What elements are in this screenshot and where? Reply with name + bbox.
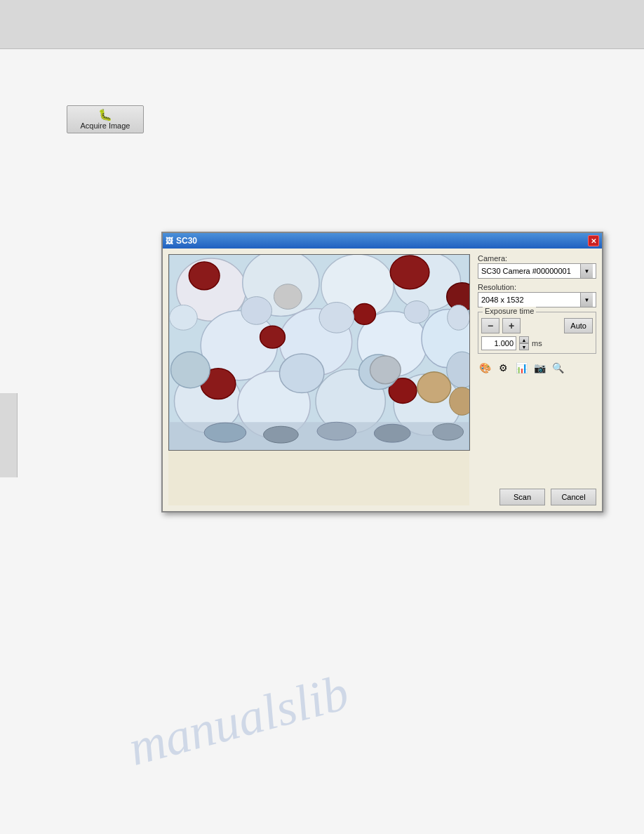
- camera-value: SC30 Camera #00000001: [481, 267, 580, 275]
- resolution-value: 2048 x 1532: [481, 296, 580, 304]
- svg-point-21: [241, 297, 272, 325]
- scan-button[interactable]: Scan: [499, 489, 545, 505]
- svg-point-35: [417, 372, 451, 403]
- dialog-close-button[interactable]: ✕: [588, 235, 599, 246]
- microscope-preview: [168, 254, 470, 451]
- svg-point-31: [264, 426, 299, 443]
- exposure-value-row: ▲ ▼ ms: [481, 336, 593, 350]
- exposure-decrease-button[interactable]: −: [481, 318, 499, 333]
- histogram-icon[interactable]: 📊: [514, 361, 528, 375]
- dialog-title-text: SC30: [176, 236, 197, 246]
- preview-bottom-area: [168, 451, 469, 505]
- cancel-button[interactable]: Cancel: [551, 489, 596, 505]
- cell-image-svg: [169, 255, 469, 450]
- left-sidebar-tab: [0, 393, 18, 477]
- camera-settings-icon[interactable]: 📷: [532, 361, 546, 375]
- watermark-text: manualslib: [123, 663, 355, 778]
- dialog-body: Camera: SC30 Camera #00000001 ▼ Resoluti…: [163, 249, 602, 511]
- svg-point-37: [274, 284, 302, 310]
- svg-point-17: [354, 304, 376, 325]
- exposure-legend: Exposure time: [483, 307, 536, 315]
- svg-point-24: [448, 305, 469, 330]
- svg-point-34: [433, 423, 464, 440]
- dialog-image-area: [163, 249, 475, 511]
- spin-up-button[interactable]: ▲: [519, 336, 529, 343]
- exposure-increase-button[interactable]: +: [502, 318, 521, 333]
- auto-exposure-button[interactable]: Auto: [564, 318, 593, 333]
- exposure-spinner: ▲ ▼: [519, 336, 529, 350]
- ms-label: ms: [532, 339, 542, 348]
- exposure-buttons-row: − + Auto: [481, 318, 593, 333]
- svg-point-30: [204, 423, 246, 442]
- camera-select[interactable]: SC30 Camera #00000001 ▼: [478, 263, 596, 279]
- top-bar: [0, 0, 644, 49]
- svg-point-13: [189, 262, 220, 290]
- exposure-value-input[interactable]: [481, 336, 516, 350]
- svg-point-23: [404, 301, 429, 324]
- acquire-icon: 🐛: [98, 110, 112, 121]
- svg-point-38: [370, 356, 401, 384]
- dialog-controls-panel: Camera: SC30 Camera #00000001 ▼ Resoluti…: [475, 249, 602, 511]
- dialog-footer: Scan Cancel: [472, 483, 602, 511]
- resolution-dropdown-arrow[interactable]: ▼: [580, 293, 593, 307]
- content-area: 🐛 Acquire Image 🖼 SC30 ✕: [0, 49, 644, 834]
- svg-point-14: [390, 256, 429, 289]
- svg-point-33: [374, 424, 410, 442]
- sc30-dialog: 🖼 SC30 ✕: [161, 232, 603, 512]
- svg-point-20: [170, 305, 198, 330]
- acquire-image-button[interactable]: 🐛 Acquire Image: [67, 105, 144, 133]
- dialog-title-icon: 🖼: [166, 237, 173, 245]
- acquire-label: Acquire Image: [81, 121, 130, 130]
- toolbar-icons-row: 🎨 ⚙ 📊 📷 🔍: [478, 361, 596, 375]
- svg-point-32: [317, 422, 356, 440]
- svg-point-22: [319, 303, 354, 333]
- camera-dropdown-arrow[interactable]: ▼: [580, 264, 593, 278]
- camera-label: Camera:: [478, 254, 596, 263]
- svg-point-16: [260, 326, 286, 348]
- resolution-section: Resolution: 2048 x 1532 ▼: [478, 283, 596, 307]
- zoom-icon[interactable]: 🔍: [551, 361, 565, 375]
- resolution-select[interactable]: 2048 x 1532 ▼: [478, 292, 596, 307]
- spin-down-button[interactable]: ▼: [519, 343, 529, 350]
- dialog-title-left: 🖼 SC30: [166, 236, 197, 246]
- exposure-time-group: Exposure time − + Auto ▲ ▼ ms: [478, 312, 596, 354]
- svg-point-25: [171, 352, 210, 388]
- resolution-label: Resolution:: [478, 283, 596, 291]
- dialog-titlebar: 🖼 SC30 ✕: [163, 233, 602, 249]
- svg-point-26: [279, 354, 324, 393]
- color-wheel-icon[interactable]: 🎨: [478, 361, 492, 375]
- camera-section: Camera: SC30 Camera #00000001 ▼: [478, 254, 596, 279]
- equalizer-icon[interactable]: ⚙: [496, 361, 510, 375]
